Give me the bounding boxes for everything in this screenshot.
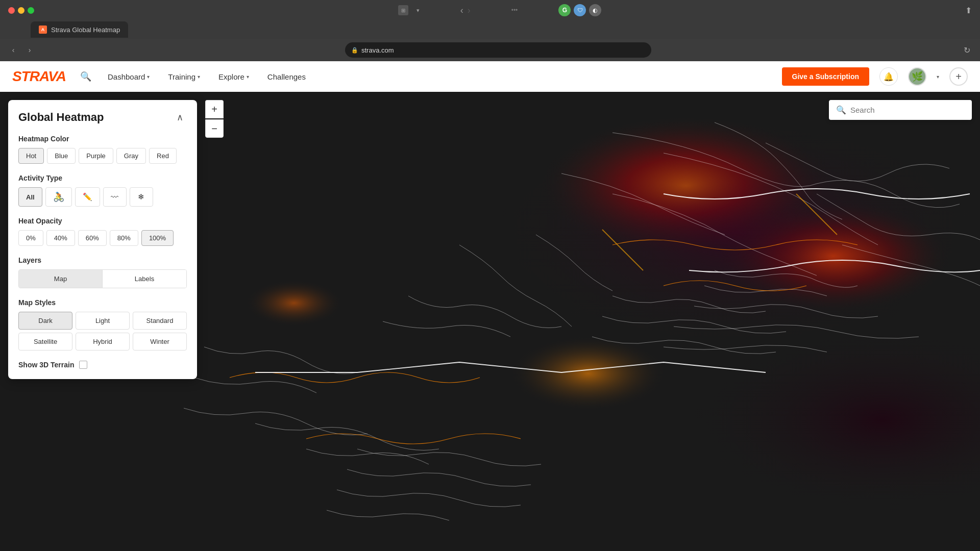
user-avatar[interactable]: 🌿 <box>908 67 926 86</box>
app-container: STRAVA 🔍 Dashboard ▾ Training ▾ Explore … <box>0 61 980 551</box>
color-gray-btn[interactable]: Gray <box>116 148 146 164</box>
heat-opacity-section: Heat Opacity 0% 40% 60% 80% 100% <box>18 217 187 246</box>
extension-g-icon[interactable]: G <box>558 4 571 16</box>
tab-title: Strava Global Heatmap <box>51 26 120 34</box>
back-btn[interactable]: ‹ <box>6 43 20 57</box>
close-window-btn[interactable] <box>8 7 15 14</box>
heat-opacity-label: Heat Opacity <box>18 217 187 225</box>
activity-type-group: All 🚴 ✏️ 〰 ❄ <box>18 187 187 207</box>
activity-snow-btn[interactable]: ❄ <box>130 187 153 207</box>
panel-title: Global Heatmap <box>18 111 104 124</box>
tab-icon: ⊞ <box>398 5 408 15</box>
explore-chevron-icon: ▾ <box>247 74 249 80</box>
nav-challenges[interactable]: Challenges <box>263 69 310 84</box>
forward-btn[interactable]: › <box>22 43 37 57</box>
browser-tabs-bar: A Strava Global Heatmap <box>0 20 980 39</box>
style-light-btn[interactable]: Light <box>76 312 130 330</box>
avatar-chevron-icon[interactable]: ▾ <box>937 74 939 80</box>
training-chevron-icon: ▾ <box>198 74 200 80</box>
reload-btn[interactable]: ↻ <box>960 43 974 57</box>
tab-favicon: A <box>39 26 47 34</box>
layer-map-btn[interactable]: Map <box>19 270 103 288</box>
search-icon: 🔍 <box>836 105 846 115</box>
search-overlay: 🔍 <box>829 100 972 120</box>
show-3d-terrain-section: Show 3D Terrain <box>18 361 187 369</box>
activity-bike-btn[interactable]: 🚴 <box>45 187 72 207</box>
lock-icon: 🔒 <box>351 47 358 54</box>
nav-training[interactable]: Training ▾ <box>164 69 204 84</box>
opacity-60-btn[interactable]: 60% <box>78 230 107 246</box>
extension-dark-icon[interactable]: ◐ <box>589 4 601 16</box>
activity-type-label: Activity Type <box>18 174 187 182</box>
terrain-label: Show 3D Terrain <box>18 361 74 369</box>
opacity-100-btn[interactable]: 100% <box>141 230 174 246</box>
nav-training-label: Training <box>168 72 195 81</box>
map-area[interactable]: Global Heatmap ∧ Heatmap Color Hot Blue … <box>0 92 980 551</box>
activity-all-btn[interactable]: All <box>18 187 42 207</box>
strava-logo[interactable]: STRAVA <box>12 68 66 85</box>
style-satellite-btn[interactable]: Satellite <box>18 333 72 350</box>
activity-type-section: Activity Type All 🚴 ✏️ 〰 ❄ <box>18 174 187 207</box>
terrain-checkbox[interactable] <box>79 361 87 369</box>
search-input[interactable] <box>850 106 965 114</box>
map-styles-label: Map Styles <box>18 298 187 307</box>
color-hot-btn[interactable]: Hot <box>18 148 44 164</box>
toolbar-right: ↻ <box>960 43 974 57</box>
navbar: STRAVA 🔍 Dashboard ▾ Training ▾ Explore … <box>0 61 980 92</box>
active-tab[interactable]: A Strava Global Heatmap <box>31 21 128 38</box>
extension-shield-icon[interactable]: 🛡 <box>574 4 586 16</box>
collapse-icon: ∧ <box>177 112 183 123</box>
panel-header: Global Heatmap ∧ <box>18 110 187 124</box>
map-zoom-controls: + − <box>205 100 224 138</box>
browser-back-btn[interactable]: ‹ <box>460 5 463 16</box>
zoom-in-btn[interactable]: + <box>205 100 224 118</box>
nav-challenges-label: Challenges <box>267 72 306 81</box>
collapse-panel-btn[interactable]: ∧ <box>173 110 187 124</box>
bell-icon: 🔔 <box>884 72 894 82</box>
map-styles-grid-row1: Dark Light Standard <box>18 312 187 330</box>
opacity-group: 0% 40% 60% 80% 100% <box>18 230 187 246</box>
nav-dashboard[interactable]: Dashboard ▾ <box>104 69 154 84</box>
zoom-out-btn[interactable]: − <box>205 119 224 138</box>
browser-toolbar: ‹ › 🔒 strava.com ↻ <box>0 39 980 61</box>
style-standard-btn[interactable]: Standard <box>133 312 187 330</box>
style-hybrid-btn[interactable]: Hybrid <box>76 333 130 350</box>
color-purple-btn[interactable]: Purple <box>79 148 113 164</box>
dashboard-chevron-icon: ▾ <box>147 74 150 80</box>
browser-chrome: ⊞ ▾ ‹ › ••• G 🛡 ◐ ⬆ A St <box>0 0 980 61</box>
heatmap-color-group: Hot Blue Purple Gray Red <box>18 148 187 164</box>
layer-labels-btn[interactable]: Labels <box>103 270 186 288</box>
share-btn[interactable]: ⬆ <box>965 6 972 15</box>
address-bar[interactable]: 🔒 strava.com <box>345 42 651 58</box>
color-red-btn[interactable]: Red <box>149 148 177 164</box>
search-box: 🔍 <box>829 100 972 120</box>
plus-icon: + <box>955 71 962 83</box>
nav-explore-label: Explore <box>218 72 244 81</box>
style-winter-btn[interactable]: Winter <box>133 333 187 350</box>
activity-swim-btn[interactable]: 〰 <box>103 187 127 207</box>
color-blue-btn[interactable]: Blue <box>47 148 76 164</box>
nav-search-btn[interactable]: 🔍 <box>80 71 91 82</box>
nav-explore[interactable]: Explore ▾ <box>214 69 253 84</box>
layers-label: Layers <box>18 256 187 264</box>
browser-traffic-lights <box>8 7 34 14</box>
browser-titlebar: ⊞ ▾ ‹ › ••• G 🛡 ◐ ⬆ <box>0 0 980 20</box>
style-dark-btn[interactable]: Dark <box>18 312 72 330</box>
layers-section: Layers Map Labels <box>18 256 187 288</box>
minimize-window-btn[interactable] <box>18 7 24 14</box>
add-activity-btn[interactable]: + <box>949 67 968 86</box>
sidebar-panel: Global Heatmap ∧ Heatmap Color Hot Blue … <box>8 100 197 379</box>
nav-dashboard-label: Dashboard <box>108 72 145 81</box>
activity-run-btn[interactable]: ✏️ <box>75 187 100 207</box>
opacity-40-btn[interactable]: 40% <box>46 230 75 246</box>
opacity-0-btn[interactable]: 0% <box>18 230 43 246</box>
fullscreen-window-btn[interactable] <box>28 7 34 14</box>
opacity-80-btn[interactable]: 80% <box>110 230 138 246</box>
url-text: strava.com <box>361 46 394 54</box>
map-styles-grid-row2: Satellite Hybrid Winter <box>18 333 187 350</box>
heatmap-color-section: Heatmap Color Hot Blue Purple Gray Red <box>18 135 187 164</box>
give-subscription-button[interactable]: Give a Subscription <box>782 67 869 86</box>
browser-forward-btn[interactable]: › <box>468 5 471 16</box>
notification-btn[interactable]: 🔔 <box>879 67 898 86</box>
avatar-image: 🌿 <box>912 71 923 82</box>
